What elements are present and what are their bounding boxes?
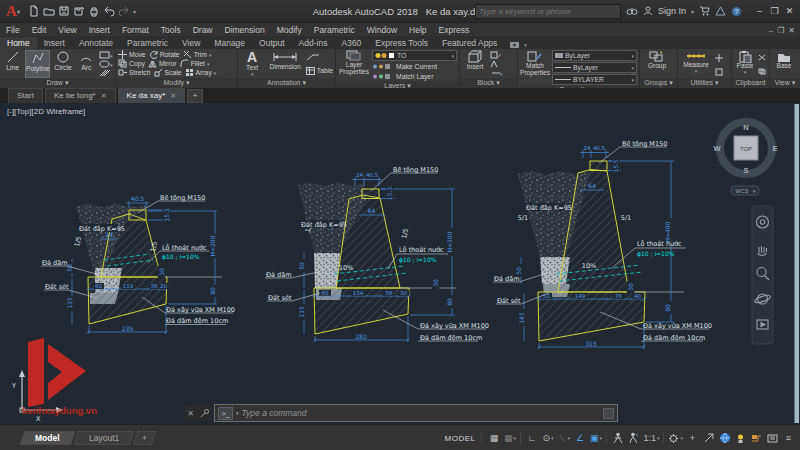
ortho-icon[interactable]: ∟ [524, 431, 539, 445]
mirror-button[interactable]: Mirror [148, 59, 177, 68]
viewcube-west[interactable]: W [713, 144, 721, 153]
scale-button[interactable]: Scale [154, 68, 182, 77]
ribbon-tab-parametric[interactable]: Parametric [120, 37, 175, 49]
object-snap-icon[interactable]: ▣▾ [588, 431, 603, 445]
ribbon-tab-view[interactable]: View [175, 37, 207, 49]
close-tab-icon[interactable]: ✕ [101, 89, 107, 103]
graphics-performance-icon[interactable] [717, 431, 732, 445]
save-icon[interactable] [58, 5, 70, 17]
color-select[interactable]: ByLayer▾ [552, 50, 637, 61]
isolate-objects-icon[interactable] [733, 431, 748, 445]
panel-title-clipboard[interactable]: Clipboard [732, 78, 769, 88]
panel-title-block[interactable]: Block ▾ [460, 78, 517, 88]
ribbon-tab-a360[interactable]: A360 [334, 37, 368, 49]
menu-view[interactable]: View [52, 25, 82, 35]
new-file-icon[interactable] [28, 5, 40, 17]
ribbon-tab-addins[interactable]: Add-ins [292, 37, 335, 49]
model-tab[interactable]: Model [20, 431, 75, 445]
command-line[interactable]: ✕ >_ ▾ Type a command [185, 404, 618, 422]
quick-calc-icon[interactable] [714, 53, 724, 63]
command-grip[interactable]: ✕ [185, 405, 211, 421]
new-layout-tab[interactable]: + [133, 431, 157, 445]
ellipse-tool-icon[interactable]: ▾ [99, 60, 113, 68]
viewcube-south[interactable]: S [743, 166, 748, 175]
paste-button[interactable]: Paste▾ [734, 50, 756, 78]
units-icon[interactable] [701, 431, 716, 445]
layer-select[interactable]: TO▾ [372, 50, 457, 61]
fillet-button[interactable]: Fillet▾ [180, 59, 210, 68]
menu-edit[interactable]: Edit [26, 25, 53, 35]
fullscreen-icon[interactable] [765, 431, 780, 445]
trim-button[interactable]: Trim▾ [183, 50, 212, 59]
menu-help[interactable]: Help [403, 25, 432, 35]
a360-icon[interactable] [715, 6, 726, 16]
insert-button[interactable]: Insert [462, 50, 488, 78]
vertical-scrollbar[interactable] [795, 104, 800, 423]
grid-icon[interactable]: ▦ [486, 431, 501, 445]
close-tab-icon[interactable]: ✕ [170, 89, 176, 103]
rotate-button[interactable]: Rotate [149, 50, 180, 59]
panel-title-layers[interactable]: Layers ▾ [336, 81, 459, 88]
stretch-button[interactable]: Stretch [118, 68, 151, 77]
label-gravel[interactable]: Đá dăm [42, 259, 68, 267]
file-tab-start[interactable]: Start [8, 88, 43, 103]
dimension-button[interactable]: Dimension [266, 50, 303, 78]
dim-left-lower[interactable]: 135 [66, 297, 73, 309]
restore-button[interactable]: ❒ [768, 6, 781, 16]
viewport-control-label[interactable]: [-][Top][2D Wireframe] [7, 107, 85, 116]
search-input[interactable] [475, 4, 621, 19]
dim-cap-height[interactable]: 15.3 [163, 208, 170, 222]
match-layer-button[interactable]: Match Layer [372, 72, 457, 81]
id-point-icon[interactable] [714, 68, 724, 76]
cross-section-1[interactable]: 40.5 24 15.3 50 135 H=200 80 30 60 119 3… [41, 194, 235, 335]
circle-button[interactable]: Circle [52, 50, 73, 78]
rectangle-tool-icon[interactable]: ▾ [99, 51, 113, 59]
search-binoculars-icon[interactable] [626, 6, 638, 16]
sign-in-dropdown-icon[interactable]: ▾ [691, 8, 694, 15]
arc-button[interactable]: Arc [76, 50, 97, 78]
dim-height[interactable]: H=200 [209, 235, 216, 256]
label-clay[interactable]: Đất sét [45, 283, 69, 291]
text-button[interactable]: AText▾ [240, 50, 264, 78]
command-options-icon[interactable] [603, 408, 614, 419]
qat-dropdown-icon[interactable]: ▾ [133, 8, 136, 15]
annotation-visibility-icon[interactable] [610, 431, 625, 445]
menu-format[interactable]: Format [116, 25, 155, 35]
panel-title-draw[interactable]: Draw ▾ [0, 78, 115, 88]
base-button[interactable]: Base [772, 50, 796, 78]
annotation-scale-button[interactable]: 1:1▾ [642, 431, 660, 445]
ribbon-tab-home[interactable]: Home [0, 37, 37, 49]
navigation-bar[interactable] [752, 206, 773, 344]
cart-icon[interactable] [699, 6, 710, 16]
save-as-icon[interactable] [73, 5, 85, 17]
annotation-monitor-icon[interactable]: + [685, 431, 700, 445]
panel-title-annotation[interactable]: Annotation ▾ [238, 78, 335, 88]
customize-wrench-icon[interactable] [199, 408, 209, 418]
linetype-select[interactable]: BYLAYER▾ [552, 74, 637, 85]
command-input-field[interactable]: >_ ▾ Type a command [214, 404, 618, 422]
model-space-button[interactable]: MODEL [439, 434, 483, 443]
copy-button[interactable]: Copy [118, 59, 145, 68]
block-attr-icon[interactable] [490, 60, 502, 68]
plot-icon[interactable] [88, 5, 100, 17]
cross-section-3[interactable]: 24 40.5 64 15.5 50 145 H=400 80 30 50 14… [493, 140, 712, 350]
ribbon-tab-featured[interactable]: Featured Apps [435, 37, 504, 49]
menu-file[interactable]: File [0, 25, 26, 35]
menu-tools[interactable]: Tools [155, 25, 187, 35]
redo-icon[interactable] [118, 5, 130, 17]
object-snap-tracking-icon[interactable]: ∠ [572, 431, 587, 445]
workspace-gear-icon[interactable]: ▾ [667, 431, 684, 445]
clean-screen-icon[interactable] [749, 431, 764, 445]
line-button[interactable]: Line [2, 50, 23, 78]
array-button[interactable]: Array▾ [185, 68, 217, 77]
viewcube[interactable]: N S W E TOP WCS ▾ [713, 122, 777, 195]
match-properties-button[interactable]: Match Properties [520, 50, 550, 85]
table-button[interactable]: Table [306, 66, 333, 75]
drawing-canvas[interactable]: 40.5 24 15.3 50 135 H=200 80 30 60 119 3… [0, 103, 800, 424]
measure-button[interactable]: Measure▾ [680, 50, 712, 78]
ribbon-tab-express[interactable]: Express Tools [368, 37, 435, 49]
move-button[interactable]: Move [118, 50, 146, 59]
viewcube-east[interactable]: E [772, 144, 777, 153]
panel-title-modify[interactable]: Modify ▾ [116, 78, 237, 88]
sign-in-button[interactable]: Sign In [658, 6, 686, 16]
